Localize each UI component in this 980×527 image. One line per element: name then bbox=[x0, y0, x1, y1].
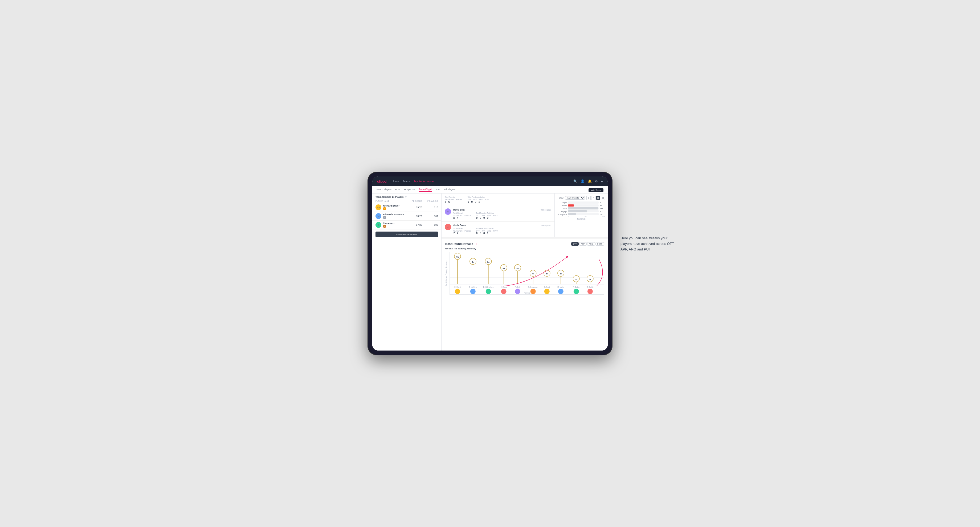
player-name: Edward Crossman bbox=[383, 213, 404, 216]
nav-home[interactable]: Home bbox=[392, 180, 399, 183]
bar-label: Bogeys bbox=[557, 211, 567, 213]
list-view-btn[interactable]: ≡ bbox=[591, 195, 595, 200]
practice-activities-group: Total Practice Activities OTT APP ARG PU… bbox=[468, 196, 489, 203]
svg-text:5x: 5x bbox=[516, 267, 519, 270]
practice-sub-label: Practice bbox=[456, 198, 462, 200]
period-select[interactable]: Last 3 months bbox=[565, 196, 585, 200]
axis-label-200: 200 bbox=[584, 216, 587, 217]
player-name-wrap: Cameron... 3 bbox=[383, 222, 396, 228]
right-panel: Total Rounds Tournament Practice 7 bbox=[442, 194, 608, 351]
pb-avg: 107 bbox=[422, 215, 438, 217]
col-player: PLAYER NAME bbox=[375, 200, 406, 202]
bar-value: 96 bbox=[600, 205, 605, 206]
nav-items: Home Teams My Performance bbox=[392, 180, 434, 183]
add-team-button[interactable]: Add Team bbox=[589, 188, 603, 192]
player-card-avatar: R bbox=[445, 208, 451, 215]
bell-icon[interactable]: 🔔 bbox=[588, 179, 592, 183]
player-name-wrap: Edward Crossman 2 bbox=[383, 213, 404, 219]
tab-putt[interactable]: PUTT bbox=[595, 242, 604, 246]
player-card: Total Rounds Tournament Practice 7 bbox=[442, 194, 554, 206]
axis-label-0: 0 bbox=[568, 216, 569, 217]
sub-nav-pga[interactable]: PGA bbox=[395, 188, 400, 191]
player-badge: 1 bbox=[383, 207, 399, 210]
bar-chart: Eagles 3 Birdies bbox=[557, 202, 605, 215]
player-card-date: 02 Sep 2023 bbox=[541, 209, 551, 211]
sub-nav-tour[interactable]: Tour bbox=[436, 188, 441, 191]
bar-row-birdies: Birdies 96 bbox=[557, 205, 605, 206]
svg-text:M. Maier: M. Maier bbox=[557, 286, 564, 288]
bar-value: 131 bbox=[600, 213, 605, 215]
bar-label: Birdies bbox=[557, 205, 567, 206]
settings-icon[interactable]: ⚙ bbox=[595, 179, 598, 183]
tablet-screen: clippd Home Teams My Performance 🔍 👤 🔔 ⚙… bbox=[372, 176, 608, 351]
table-view-btn[interactable]: ⊟ bbox=[601, 195, 605, 200]
player-info: RB Richard Butler 1 bbox=[375, 205, 406, 210]
svg-text:3x: 3x bbox=[589, 278, 591, 281]
svg-point-49 bbox=[587, 289, 593, 294]
sub-nav-pgat[interactable]: PGAT Players bbox=[377, 188, 391, 191]
svg-text:D. Billingham: D. Billingham bbox=[483, 286, 493, 288]
rank-badge-gold: 1 bbox=[383, 207, 386, 210]
svg-point-42 bbox=[486, 289, 491, 294]
tab-app[interactable]: APP bbox=[579, 242, 587, 246]
chart-x-label: Total Shots bbox=[557, 218, 605, 220]
profile-icon[interactable]: ● bbox=[601, 179, 603, 183]
col-pb-score: PB SCORE bbox=[406, 200, 422, 202]
player-card-avatar: J bbox=[445, 224, 451, 230]
player-info: EC Edward Crossman 2 bbox=[375, 213, 406, 219]
tab-arg[interactable]: ARG bbox=[587, 242, 595, 246]
user-icon[interactable]: 👤 bbox=[581, 179, 584, 183]
bar-label: D. Bogeys + bbox=[557, 213, 567, 215]
chart-controls: Show Last 3 months ⊞ ≡ ▦ ⊟ bbox=[557, 195, 605, 200]
nav-teams[interactable]: Teams bbox=[402, 180, 410, 183]
svg-point-48 bbox=[574, 289, 579, 294]
table-row[interactable]: EC Edward Crossman 2 18/20 107 bbox=[372, 212, 441, 221]
bar-track bbox=[568, 207, 599, 210]
nav-right: 🔍 👤 🔔 ⚙ ● bbox=[573, 179, 603, 183]
best-round-streaks-section: Best Round Streaks ← OTT APP ARG PUTT bbox=[442, 237, 608, 351]
streaks-title-row: Best Round Streaks ← bbox=[445, 242, 479, 246]
pb-score: 19/20 bbox=[406, 206, 422, 209]
player-cards: Total Rounds Tournament Practice 7 bbox=[442, 194, 554, 237]
streaks-tabs: OTT APP ARG PUTT bbox=[571, 242, 604, 246]
player-card-josh: J Josh Coles 26 Aug 2023 Total Rounds bbox=[442, 222, 554, 237]
main-content: Team Clippd | 14 Players ✏ PLAYER NAME P… bbox=[372, 194, 608, 351]
app-logo: clippd bbox=[377, 179, 387, 183]
svg-text:4x: 4x bbox=[546, 273, 548, 275]
y-axis-label: Best Streak, Fairway Accuracy bbox=[445, 252, 450, 295]
svg-text:R. Britt: R. Britt bbox=[515, 286, 520, 288]
bar-view-btn[interactable]: ▦ bbox=[596, 195, 600, 200]
sub-nav-team-clippd[interactable]: Team Clippd bbox=[418, 188, 432, 192]
player-card-rees: R Rees Britt 02 Sep 2023 Total Rounds bbox=[442, 206, 554, 222]
pb-score: 17/20 bbox=[406, 224, 422, 226]
svg-text:5x: 5x bbox=[503, 267, 505, 270]
tab-ott[interactable]: OTT bbox=[571, 242, 579, 246]
svg-point-41 bbox=[470, 289, 476, 294]
team-header: Team Clippd | 14 Players ✏ bbox=[372, 194, 441, 199]
svg-point-46 bbox=[544, 289, 550, 294]
sub-nav-hcaps[interactable]: Hcaps 1-5 bbox=[404, 188, 415, 191]
table-row[interactable]: RB Richard Butler 1 19/20 110 bbox=[372, 203, 441, 212]
streaks-title: Best Round Streaks bbox=[445, 242, 473, 245]
search-icon[interactable]: 🔍 bbox=[573, 179, 578, 183]
rank-badge-bronze: 3 bbox=[383, 225, 386, 228]
edit-icon[interactable]: ✏ bbox=[405, 195, 407, 198]
show-label: Show bbox=[559, 197, 563, 199]
pb-avg: 110 bbox=[422, 206, 438, 209]
annotation-callout: Here you can see streaks your players ha… bbox=[620, 236, 679, 252]
view-full-leaderboard-button[interactable]: View Full Leaderboard bbox=[375, 232, 438, 237]
view-icons: ⊞ ≡ ▦ ⊟ bbox=[586, 195, 605, 200]
bar-fill bbox=[568, 202, 568, 204]
player-card-name: Rees Britt bbox=[453, 208, 465, 211]
avatar: EC bbox=[375, 213, 381, 219]
player-name: Richard Butler bbox=[383, 205, 399, 207]
bar-chart-panel: Show Last 3 months ⊞ ≡ ▦ ⊟ bbox=[554, 194, 608, 237]
player-card-content: Josh Coles 26 Aug 2023 Total Rounds Tour… bbox=[453, 224, 551, 235]
grid-view-btn[interactable]: ⊞ bbox=[586, 195, 591, 200]
x-axis-label: Players bbox=[524, 292, 530, 294]
table-row[interactable]: C Cameron... 3 17/20 103 bbox=[372, 221, 441, 229]
axis-label-400: 400 bbox=[602, 216, 605, 217]
nav-my-performance[interactable]: My Performance bbox=[414, 180, 434, 183]
bar-label: Eagles bbox=[557, 202, 567, 204]
sub-nav-all-players[interactable]: All Players bbox=[444, 188, 456, 191]
